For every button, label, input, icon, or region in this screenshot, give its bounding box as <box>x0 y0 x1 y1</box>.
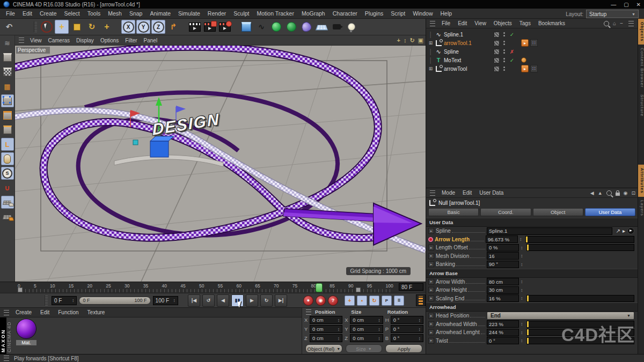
side-tab-layers[interactable]: Layers <box>638 197 644 219</box>
object-manager-menu-item[interactable]: Bookmarks <box>535 20 569 27</box>
keyframe-selection-button[interactable]: ? <box>328 295 338 306</box>
spinner-icon[interactable]: ↕ <box>521 338 523 343</box>
expand-icon[interactable]: ⊞ <box>428 41 433 46</box>
minimize-button[interactable]: — <box>611 2 616 8</box>
enable-axis-button[interactable]: L <box>1 138 14 151</box>
range-start-field[interactable]: 0 F↕ <box>52 296 77 305</box>
eyedropper-icon[interactable] <box>627 227 634 234</box>
expand-icon[interactable]: ▸ <box>428 279 434 285</box>
tab-user-data[interactable]: User Data <box>585 208 635 216</box>
object-row[interactable]: ⊞ arrowTool.1 ▸ ∷ <box>428 39 638 47</box>
object-row[interactable]: │∿ Spline ✗ <box>428 47 638 56</box>
disabled-cross-icon[interactable]: ✗ <box>509 49 515 55</box>
apply-button[interactable]: Apply <box>385 344 422 353</box>
layer-swatch[interactable] <box>494 66 500 72</box>
menu-item[interactable]: Render <box>204 9 230 18</box>
viewport-menu-item[interactable]: Filter <box>122 36 140 45</box>
render-view-button[interactable] <box>188 20 202 34</box>
spinner-icon[interactable]: ↕ <box>521 287 523 293</box>
expand-link-icon[interactable]: ▸ <box>623 228 625 234</box>
timeline-ruler[interactable]: 0510152025303540455055606570758085909510… <box>0 282 426 293</box>
menu-item[interactable]: Script <box>387 9 409 18</box>
minimize-panel-icon[interactable]: − <box>620 20 623 26</box>
spinner-icon[interactable]: ↕ <box>173 298 176 303</box>
material-menu-item[interactable]: Function <box>54 309 82 316</box>
visibility-dots[interactable] <box>503 41 506 45</box>
undo-button[interactable]: ↶ <box>2 20 16 34</box>
edges-mode-button[interactable] <box>1 109 14 122</box>
param-slider[interactable] <box>526 295 635 302</box>
range-start-marker[interactable] <box>18 287 23 292</box>
spinner-icon[interactable]: ↕ <box>521 253 523 258</box>
spinner-icon[interactable]: ↕ <box>418 317 421 323</box>
menu-item[interactable]: Select <box>61 9 84 18</box>
play-forwards-button[interactable]: ▶ <box>246 294 258 307</box>
coordinate-system-button[interactable]: ↱ <box>166 20 180 34</box>
camera-label[interactable]: Perspective <box>16 47 50 54</box>
panel-menu-icon[interactable] <box>4 310 9 315</box>
menu-item[interactable]: Create <box>36 9 61 18</box>
play-backwards-loop-button[interactable]: ↺ <box>202 294 215 307</box>
expand-icon[interactable]: ▸ <box>428 313 434 319</box>
material-menu-item[interactable]: Create <box>12 309 35 316</box>
add-deformer-button[interactable] <box>284 20 298 34</box>
param-value-field[interactable]: 90 ° <box>487 261 519 268</box>
rotate-view-icon[interactable]: ↻ <box>409 37 414 44</box>
head-position-dropdown[interactable]: End▼ <box>487 312 634 320</box>
lock-workplane-button[interactable] <box>1 196 14 209</box>
current-frame-field[interactable]: 80 F <box>399 283 423 291</box>
add-environment-button[interactable] <box>299 20 313 34</box>
param-value-field[interactable]: 244 % <box>487 329 519 336</box>
key-rotation-toggle[interactable]: ↻ <box>369 295 379 306</box>
object-manager-menu-item[interactable]: View <box>471 20 490 27</box>
spinner-icon[interactable]: ↕ <box>521 295 523 301</box>
param-slider[interactable] <box>525 236 635 243</box>
material-preview-sphere[interactable] <box>16 319 36 339</box>
search-icon[interactable] <box>604 21 609 26</box>
layer-swatch[interactable] <box>494 57 500 63</box>
param-value-field[interactable]: 16 <box>487 252 519 260</box>
snap-button[interactable]: S <box>1 167 14 180</box>
zoom-view-icon[interactable]: ↕ <box>404 37 407 44</box>
range-end-field[interactable]: 100 F↕ <box>153 296 178 305</box>
toolbar-grip[interactable] <box>34 21 37 32</box>
expand-icon[interactable]: ▸ <box>428 338 434 344</box>
section-user-data[interactable]: User Data <box>426 218 638 227</box>
pause-button[interactable]: ▮▮ <box>231 294 244 307</box>
goto-start-button[interactable]: |◀ <box>188 294 200 307</box>
live-selection-button[interactable] <box>40 20 54 34</box>
lock-y-axis-button[interactable]: Y <box>136 20 150 34</box>
path-icon[interactable]: ⌂ <box>613 20 616 26</box>
add-spline-button[interactable]: ∿ <box>254 20 268 34</box>
visibility-dots[interactable] <box>503 32 506 36</box>
arrow-tag-icon[interactable]: ▸ <box>521 39 529 47</box>
spinner-icon[interactable]: ↕ <box>378 336 380 341</box>
lock-z-axis-button[interactable]: Z <box>151 20 165 34</box>
playhead[interactable] <box>316 283 323 292</box>
param-value-field[interactable]: 30 cm <box>487 286 519 294</box>
rotation-field[interactable]: 0 °↕ <box>391 316 423 324</box>
position-field[interactable]: 0 cm↕ <box>310 334 342 342</box>
side-tab-objects[interactable]: Objects <box>638 19 644 45</box>
goto-end-button[interactable]: ▶| <box>275 294 287 307</box>
menu-item[interactable]: Snap <box>126 9 147 18</box>
layer-swatch[interactable] <box>494 40 500 46</box>
panel-menu-icon[interactable] <box>306 309 311 315</box>
history-back-icon[interactable]: ◀ <box>590 190 594 196</box>
tab-object[interactable]: Object <box>533 208 583 216</box>
expand-icon[interactable]: ▸ <box>428 228 434 234</box>
lock-x-axis-button[interactable]: X <box>121 20 135 34</box>
visibility-dots[interactable] <box>503 49 506 54</box>
rotate-tool-button[interactable]: ↻ <box>85 20 99 34</box>
material-menu-item[interactable]: Edit <box>36 309 53 316</box>
layer-swatch[interactable] <box>494 32 500 38</box>
polygons-mode-button[interactable] <box>1 123 14 136</box>
param-value-field[interactable]: 16 % <box>487 294 519 302</box>
autokey-button[interactable]: ◉ <box>316 295 326 306</box>
keyframe-indicator-icon[interactable] <box>428 237 433 242</box>
object-manager-menu-item[interactable]: File <box>438 20 454 27</box>
menu-item[interactable]: Edit <box>19 9 36 18</box>
up-one-level-icon[interactable]: ▲ <box>598 190 603 196</box>
spinner-icon[interactable]: ↕ <box>378 317 380 323</box>
param-slider[interactable] <box>526 244 635 251</box>
